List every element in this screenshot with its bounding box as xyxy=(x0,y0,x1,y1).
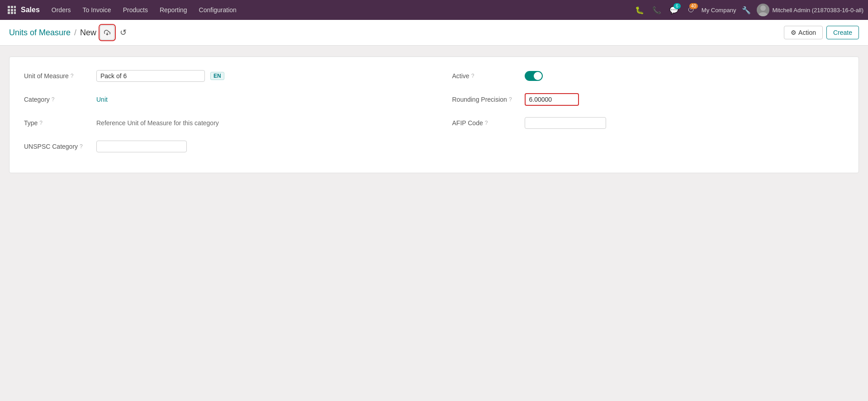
bug-icon[interactable]: 🐛 xyxy=(633,3,646,17)
rounding-precision-field xyxy=(525,93,579,106)
unit-of-measure-row: Unit of Measure ? EN xyxy=(24,68,416,84)
phone-icon[interactable]: 📞 xyxy=(650,3,664,17)
rounding-precision-row: Rounding Precision ? xyxy=(452,91,844,108)
top-menu: Orders To Invoice Products Reporting Con… xyxy=(46,4,631,16)
chat-icon[interactable]: 💬 6 xyxy=(667,3,681,17)
top-navigation: Sales Orders To Invoice Products Reporti… xyxy=(0,0,868,20)
svg-rect-3 xyxy=(8,9,10,11)
svg-rect-0 xyxy=(8,6,10,8)
breadcrumb-bar: Units of Measure / New ↺ ⚙ Action Create xyxy=(0,20,868,46)
chat-badge: 6 xyxy=(674,3,681,9)
menu-to-invoice[interactable]: To Invoice xyxy=(77,4,117,16)
active-help-icon[interactable]: ? xyxy=(471,73,474,79)
svg-rect-5 xyxy=(14,9,16,11)
unspsc-row: UNSPSC Category ? xyxy=(24,138,416,155)
active-row: Active ? xyxy=(452,68,844,84)
main-content: Unit of Measure ? EN Category ? Unit xyxy=(0,46,868,184)
afip-code-row: AFIP Code ? xyxy=(452,115,844,131)
unit-of-measure-help-icon[interactable]: ? xyxy=(71,73,74,79)
svg-rect-1 xyxy=(11,6,13,8)
form-grid: Unit of Measure ? EN Category ? Unit xyxy=(24,68,844,162)
svg-rect-6 xyxy=(8,12,10,14)
brand-label[interactable]: Sales xyxy=(21,6,40,14)
timer-icon[interactable]: ⏱ 40 xyxy=(684,3,698,17)
active-toggle[interactable] xyxy=(525,71,543,81)
menu-configuration[interactable]: Configuration xyxy=(194,4,242,16)
svg-rect-8 xyxy=(14,12,16,14)
settings-icon[interactable]: 🔧 xyxy=(740,3,753,17)
create-button[interactable]: Create xyxy=(826,26,859,39)
menu-orders[interactable]: Orders xyxy=(46,4,76,16)
type-help-icon[interactable]: ? xyxy=(39,120,43,126)
action-button[interactable]: ⚙ Action xyxy=(784,26,823,39)
svg-point-9 xyxy=(760,5,766,11)
gear-icon: ⚙ xyxy=(791,29,797,36)
avatar xyxy=(757,4,769,16)
breadcrumb-actions: ⚙ Action Create xyxy=(784,26,859,39)
unit-of-measure-label: Unit of Measure ? xyxy=(24,72,96,80)
svg-rect-4 xyxy=(11,9,13,11)
breadcrumb-separator: / xyxy=(74,28,76,38)
unspsc-label: UNSPSC Category ? xyxy=(24,143,96,150)
unit-of-measure-input[interactable] xyxy=(96,70,205,82)
category-help-icon[interactable]: ? xyxy=(52,96,55,103)
rounding-precision-label: Rounding Precision ? xyxy=(452,96,525,103)
category-row: Category ? Unit xyxy=(24,91,416,108)
company-name[interactable]: My Company xyxy=(702,7,736,14)
category-value[interactable]: Unit xyxy=(96,96,416,103)
category-label: Category ? xyxy=(24,96,96,103)
form-right: Active ? Rounding Precision ? xyxy=(434,68,844,162)
user-info[interactable]: Mitchell Admin (21870383-16-0-all) xyxy=(757,4,863,16)
timer-badge: 40 xyxy=(689,3,698,9)
save-button[interactable] xyxy=(100,25,114,40)
unspsc-help-icon[interactable]: ? xyxy=(80,143,83,150)
unspsc-input[interactable] xyxy=(96,141,187,152)
svg-point-10 xyxy=(759,12,768,16)
discard-button[interactable]: ↺ xyxy=(118,26,128,39)
user-name: Mitchell Admin (21870383-16-0-all) xyxy=(772,7,863,14)
top-right-actions: 🐛 📞 💬 6 ⏱ 40 My Company 🔧 Mitchell Admin… xyxy=(633,3,863,17)
breadcrumb-parent[interactable]: Units of Measure xyxy=(9,28,71,38)
type-label: Type ? xyxy=(24,119,96,127)
afip-code-label: AFIP Code ? xyxy=(452,119,525,127)
menu-products[interactable]: Products xyxy=(118,4,153,16)
active-label: Active ? xyxy=(452,72,525,80)
action-button-label: Action xyxy=(798,29,816,36)
type-row: Type ? Reference Unit of Measure for thi… xyxy=(24,115,416,131)
menu-reporting[interactable]: Reporting xyxy=(154,4,193,16)
rounding-precision-input[interactable] xyxy=(529,96,574,103)
rounding-precision-help-icon[interactable]: ? xyxy=(509,96,512,103)
form-left: Unit of Measure ? EN Category ? Unit xyxy=(24,68,434,162)
afip-code-help-icon[interactable]: ? xyxy=(485,120,488,126)
svg-rect-7 xyxy=(11,12,13,14)
form-card: Unit of Measure ? EN Category ? Unit xyxy=(9,57,859,173)
svg-rect-2 xyxy=(14,6,16,8)
apps-icon[interactable] xyxy=(5,3,19,17)
type-value: Reference Unit of Measure for this categ… xyxy=(96,119,416,127)
lang-badge[interactable]: EN xyxy=(210,72,224,80)
afip-code-input[interactable] xyxy=(525,117,606,129)
breadcrumb-current: New xyxy=(80,28,96,38)
